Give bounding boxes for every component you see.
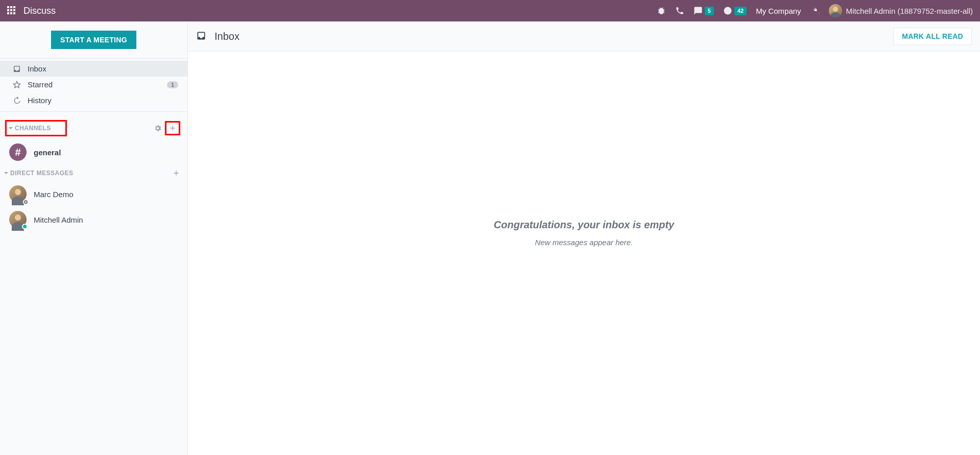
channels-settings-button[interactable] — [154, 124, 162, 132]
user-avatar — [829, 4, 842, 17]
activities-count-badge: 42 — [734, 7, 747, 15]
activities-icon[interactable]: 42 — [723, 6, 747, 15]
chevron-down-icon[interactable] — [3, 171, 9, 176]
empty-state-subtitle: New messages appear here. — [535, 238, 633, 247]
avatar — [9, 185, 27, 203]
channels-header-label[interactable]: CHANNELS — [15, 125, 51, 132]
empty-state-title: Congratulations, your inbox is empty — [494, 219, 674, 231]
empty-state: Congratulations, your inbox is empty New… — [188, 52, 980, 455]
channel-item-general[interactable]: # general — [0, 140, 187, 164]
sidebar: START A MEETING Inbox Starred 1 His — [0, 21, 188, 455]
channels-add-button[interactable] — [169, 124, 177, 132]
messages-icon[interactable]: 5 — [694, 6, 714, 15]
mailbox-history-label: History — [28, 96, 178, 105]
mailbox-inbox[interactable]: Inbox — [0, 61, 187, 77]
avatar — [9, 211, 27, 228]
apps-menu-icon[interactable] — [7, 6, 16, 15]
phone-icon[interactable] — [675, 6, 684, 15]
channel-name-label: general — [34, 148, 61, 157]
presence-offline-icon — [24, 200, 28, 204]
messages-count-badge: 5 — [705, 7, 714, 15]
company-switcher[interactable]: My Company — [756, 7, 801, 15]
dm-add-button[interactable] — [172, 169, 180, 177]
dm-item-marc-demo[interactable]: Marc Demo — [0, 181, 187, 207]
star-icon — [12, 81, 21, 89]
mailbox-starred[interactable]: Starred 1 — [0, 77, 187, 92]
history-icon — [12, 97, 21, 105]
mailbox-list: Inbox Starred 1 History — [0, 59, 187, 112]
channel-hash-icon: # — [9, 143, 27, 161]
starred-count-badge: 1 — [167, 81, 178, 88]
inbox-icon — [12, 65, 21, 73]
mailbox-inbox-label: Inbox — [28, 64, 178, 73]
content-header: Inbox MARK ALL READ — [188, 21, 980, 52]
tools-icon[interactable] — [810, 6, 820, 15]
dm-name-label: Mitchell Admin — [34, 215, 83, 224]
inbox-icon — [196, 31, 206, 42]
bug-icon[interactable] — [657, 6, 666, 15]
mark-all-read-button[interactable]: MARK ALL READ — [893, 28, 972, 45]
app-title[interactable]: Discuss — [23, 6, 56, 16]
channels-header-highlight: CHANNELS — [5, 120, 67, 136]
dm-item-mitchell-admin[interactable]: Mitchell Admin — [0, 207, 187, 232]
mailbox-history[interactable]: History — [0, 92, 187, 108]
chevron-down-icon[interactable] — [8, 126, 14, 131]
dm-name-label: Marc Demo — [34, 190, 74, 199]
start-meeting-button[interactable]: START A MEETING — [51, 31, 136, 49]
user-menu[interactable]: Mitchell Admin (18879752-master-all) — [829, 4, 973, 17]
dm-header-label[interactable]: DIRECT MESSAGES — [10, 170, 172, 177]
top-navbar: Discuss 5 42 My Company Mitchell Admin (… — [0, 0, 980, 21]
content-title: Inbox — [214, 31, 893, 42]
dm-section-header: DIRECT MESSAGES — [0, 164, 187, 181]
mailbox-starred-label: Starred — [28, 80, 161, 89]
content-pane: Inbox MARK ALL READ Congratulations, you… — [188, 21, 980, 455]
channels-section-header: CHANNELS — [0, 112, 187, 140]
user-name-label: Mitchell Admin (18879752-master-all) — [846, 7, 973, 15]
presence-online-icon — [22, 224, 28, 229]
channels-add-highlight — [165, 121, 180, 135]
